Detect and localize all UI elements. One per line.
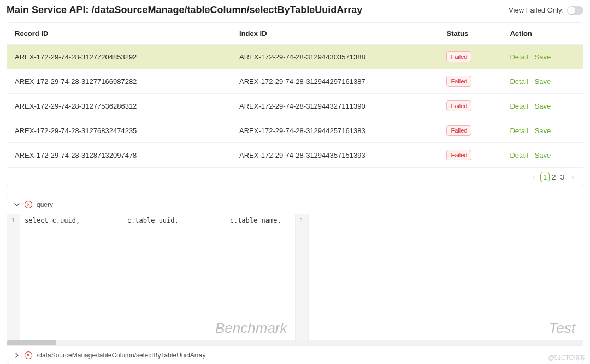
pagination: ‹ 123 › <box>7 168 583 187</box>
scroll-thumb[interactable] <box>7 340 56 345</box>
detail-foot-path: /dataSourceManage/tableColumn/selectByTa… <box>37 351 206 359</box>
benchmark-gutter: 1 <box>7 214 20 340</box>
detail-link[interactable]: Detail <box>510 127 528 135</box>
chevron-down-icon <box>14 201 20 208</box>
error-icon: ✕ <box>25 351 32 359</box>
status-badge: Failed <box>446 100 471 111</box>
test-code[interactable] <box>309 214 583 340</box>
detail-link[interactable]: Detail <box>510 151 528 159</box>
attribution-watermark: @51CTO博客 <box>548 354 586 362</box>
cell-record-id: AREX-172-29-74-28-31277166987282 <box>7 69 232 94</box>
records-table: Record ID Index ID Status Action AREX-17… <box>7 23 583 168</box>
cell-action: DetailSave <box>502 45 583 69</box>
cell-status: Failed <box>439 45 502 69</box>
cell-status: Failed <box>439 94 502 118</box>
detail-link[interactable]: Detail <box>510 53 528 61</box>
detail-footer[interactable]: ✕ /dataSourceManage/tableColumn/selectBy… <box>7 345 583 364</box>
error-icon: ✕ <box>25 201 32 208</box>
save-link[interactable]: Save <box>535 151 551 159</box>
save-link[interactable]: Save <box>535 102 551 110</box>
table-row[interactable]: AREX-172-29-74-28-31277204853292AREX-172… <box>7 45 583 69</box>
col-index-id: Index ID <box>232 23 439 45</box>
col-record-id: Record ID <box>7 23 232 45</box>
cell-index-id: AREX-172-29-74-28-312944327111390 <box>232 94 439 118</box>
cell-status: Failed <box>439 143 502 168</box>
cell-index-id: AREX-172-29-74-28-312944303571388 <box>232 45 439 69</box>
save-link[interactable]: Save <box>535 77 551 86</box>
table-row[interactable]: AREX-172-29-74-28-31277166987282AREX-172… <box>7 69 583 94</box>
horizontal-scrollbar[interactable] <box>7 340 583 345</box>
cell-action: DetailSave <box>502 69 583 94</box>
col-action: Action <box>502 23 583 45</box>
toggle-label: View Failed Only: <box>509 6 564 14</box>
detail-header[interactable]: ✕ query <box>7 195 583 214</box>
detail-link[interactable]: Detail <box>510 102 528 110</box>
cell-index-id: AREX-172-29-74-28-312944357151393 <box>232 143 439 168</box>
benchmark-pane: 1 select c.uuid, c.table_uuid, c.table_n… <box>7 214 296 340</box>
page-title: Main Service API: /dataSourceManage/tabl… <box>7 4 362 16</box>
cell-record-id: AREX-172-29-74-28-31287132097478 <box>7 143 232 168</box>
detail-link[interactable]: Detail <box>510 77 528 86</box>
col-status: Status <box>439 23 502 45</box>
table-row[interactable]: AREX-172-29-74-28-31276832474235AREX-172… <box>7 118 583 143</box>
view-failed-only-toggle[interactable] <box>567 6 583 15</box>
cell-record-id: AREX-172-29-74-28-31276832474235 <box>7 118 232 143</box>
table-row[interactable]: AREX-172-29-74-28-31287132097478AREX-172… <box>7 143 583 168</box>
save-link[interactable]: Save <box>535 127 551 135</box>
compare-panes: 1 select c.uuid, c.table_uuid, c.table_n… <box>7 214 583 340</box>
save-link[interactable]: Save <box>535 53 551 61</box>
benchmark-code[interactable]: select c.uuid, c.table_uuid, c.table_nam… <box>20 214 295 340</box>
status-badge: Failed <box>446 125 471 136</box>
cell-index-id: AREX-172-29-74-28-312944257161383 <box>232 118 439 143</box>
cell-action: DetailSave <box>502 118 583 143</box>
cell-index-id: AREX-172-29-74-28-312944297161387 <box>232 69 439 94</box>
status-badge: Failed <box>446 76 471 87</box>
cell-record-id: AREX-172-29-74-28-31277204853292 <box>7 45 232 69</box>
records-card: Record ID Index ID Status Action AREX-17… <box>7 22 583 187</box>
status-badge: Failed <box>446 51 471 62</box>
page-prev-icon[interactable]: ‹ <box>532 173 536 181</box>
cell-record-id: AREX-172-29-74-28-31277536286312 <box>7 94 232 118</box>
detail-card: ✕ query 1 select c.uuid, c.table_uuid, c… <box>7 195 583 364</box>
cell-action: DetailSave <box>502 94 583 118</box>
cell-status: Failed <box>439 118 502 143</box>
test-pane: 1 Test <box>296 214 583 340</box>
cell-action: DetailSave <box>502 143 583 168</box>
cell-status: Failed <box>439 69 502 94</box>
page-3[interactable]: 3 <box>558 172 566 182</box>
page-2[interactable]: 2 <box>550 172 558 182</box>
table-row[interactable]: AREX-172-29-74-28-31277536286312AREX-172… <box>7 94 583 118</box>
page-next-icon[interactable]: › <box>571 173 575 181</box>
test-gutter: 1 <box>296 214 309 340</box>
page-1[interactable]: 1 <box>540 172 550 182</box>
detail-title: query <box>37 201 53 208</box>
chevron-right-icon <box>14 352 20 359</box>
status-badge: Failed <box>446 150 471 160</box>
